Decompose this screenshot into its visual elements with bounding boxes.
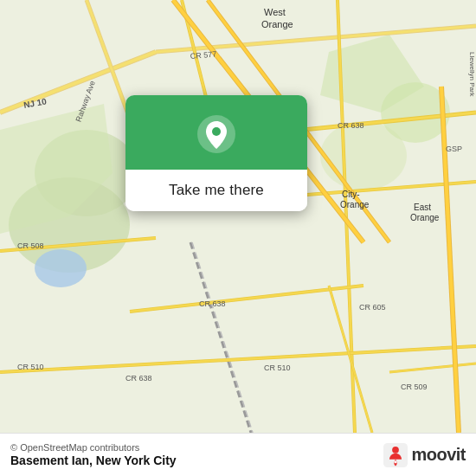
svg-text:West: West xyxy=(264,7,286,17)
take-me-there-button[interactable]: Take me there xyxy=(169,182,264,199)
svg-point-62 xyxy=(212,127,221,136)
moovit-brand-icon xyxy=(383,443,408,467)
svg-point-7 xyxy=(35,249,87,287)
popup-card: Take me there xyxy=(125,95,307,211)
moovit-logo: moovit xyxy=(383,443,466,467)
svg-text:CR 510: CR 510 xyxy=(17,363,44,371)
svg-text:CR 508: CR 508 xyxy=(17,241,44,250)
popup-bottom-section[interactable]: Take me there xyxy=(125,170,307,211)
svg-text:Llewellyn Park: Llewellyn Park xyxy=(468,52,476,98)
svg-point-64 xyxy=(393,446,400,453)
svg-text:Orange: Orange xyxy=(410,213,440,222)
svg-text:CR 509: CR 509 xyxy=(401,383,428,391)
map-container: NJ 10 Rahway Ave CR 577 CR 638 CR 508 CR… xyxy=(0,0,476,433)
moovit-brand-text: moovit xyxy=(411,445,466,465)
svg-text:CR 638: CR 638 xyxy=(199,299,226,308)
osm-credit-text: © OpenStreetMap contributors xyxy=(10,442,177,453)
popup-top-section xyxy=(125,95,307,170)
svg-text:GSP: GSP xyxy=(446,145,462,153)
svg-text:CR 510: CR 510 xyxy=(264,363,291,372)
svg-text:CR 605: CR 605 xyxy=(359,303,386,312)
bottom-bar: © OpenStreetMap contributors Basement Ia… xyxy=(0,433,476,476)
svg-point-65 xyxy=(395,460,397,463)
svg-text:East: East xyxy=(414,203,431,212)
svg-text:City-: City- xyxy=(342,190,360,199)
location-pin-icon xyxy=(196,114,236,154)
location-name-text: Basement Ian, New York City xyxy=(10,453,177,467)
svg-text:CR 638: CR 638 xyxy=(125,374,152,383)
map-background: NJ 10 Rahway Ave CR 577 CR 638 CR 508 CR… xyxy=(0,0,476,433)
svg-text:Orange: Orange xyxy=(261,19,293,29)
svg-text:Orange: Orange xyxy=(340,200,370,209)
bottom-left-info: © OpenStreetMap contributors Basement Ia… xyxy=(10,442,177,467)
svg-text:CR 638: CR 638 xyxy=(338,121,364,130)
